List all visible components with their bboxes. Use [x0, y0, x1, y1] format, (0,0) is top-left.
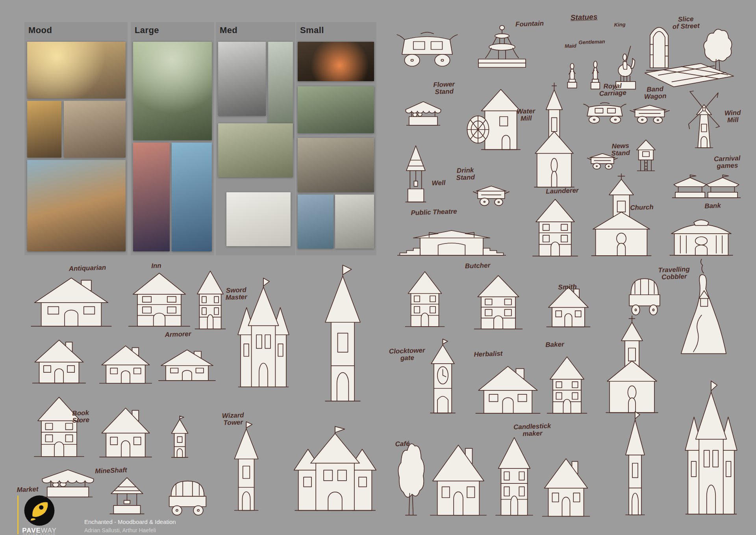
- large-image-1: [133, 42, 212, 140]
- sketch-launderer: [528, 196, 582, 257]
- sketch-baker: [543, 354, 591, 414]
- sketch-armorer: [158, 345, 217, 381]
- moodboard-canvas: PAVEWAY DESIGN STUDIO Enchanted - Moodbo…: [0, 0, 756, 535]
- column-header-med: Med: [220, 25, 237, 35]
- small-image-2: [298, 86, 374, 133]
- sketch-clocktower-gate: [421, 342, 465, 414]
- label-band-wagon: Band Wagon: [644, 85, 667, 101]
- label-mineshaft: MineShaft: [95, 467, 127, 475]
- sketch-inn: [123, 270, 196, 327]
- sketch-cottage-a: [32, 333, 87, 384]
- sketch-castle-mid: [236, 276, 291, 389]
- logo-accent-bar: [17, 496, 19, 534]
- sketch-cafe: [429, 433, 487, 517]
- sketch-tower-c: [163, 417, 197, 458]
- med-image-4: [226, 192, 291, 246]
- label-king: King: [614, 22, 625, 28]
- label-wizard-tower: Wizard Tower: [222, 412, 245, 427]
- sketch-public-theatre: [395, 217, 508, 257]
- sketch-castle-right: [684, 378, 739, 517]
- label-well: Well: [432, 179, 445, 187]
- label-launderer: Launderer: [546, 187, 579, 195]
- small-image-4: [298, 195, 334, 249]
- label-news-stand: News Stand: [611, 142, 630, 157]
- small-image-5: [335, 195, 374, 249]
- label-herbalist: Herbalist: [474, 350, 502, 359]
- label-candlestick-maker: Candlestick maker: [513, 422, 552, 438]
- label-antiquarian: Antiquarian: [69, 264, 106, 273]
- logo-subtitle: DESIGN STUDIO: [18, 533, 61, 535]
- sketch-royal-carriage: [583, 95, 627, 124]
- label-drink-stand: Drink Stand: [456, 167, 475, 182]
- sketch-sword-master: [192, 268, 228, 330]
- sketch-castle-bottom: [291, 425, 379, 512]
- label-flower-stand: Flower Stand: [433, 81, 455, 96]
- label-cafe: Café: [395, 440, 410, 448]
- small-image-1: [298, 42, 374, 81]
- sketch-market: [37, 456, 98, 502]
- label-statues-title: Statues: [570, 13, 597, 22]
- sketch-news-stand: [629, 132, 663, 174]
- column-header-mood: Mood: [28, 25, 52, 35]
- label-carnival-games: Carnival games: [714, 155, 741, 170]
- label-smith: Smith: [558, 283, 577, 291]
- mood-image-4: [27, 160, 126, 251]
- label-bank: Bank: [704, 202, 721, 210]
- label-maid: Maid: [565, 43, 576, 49]
- sketch-cathedral: [602, 322, 662, 414]
- sketch-round-tower: [615, 414, 655, 517]
- sketch-wagon-bl: [163, 469, 212, 516]
- sketch-wind-mill: [682, 90, 726, 149]
- label-public-theatre: Public Theatre: [411, 208, 457, 217]
- sketch-antiquarian: [30, 270, 113, 327]
- sketch-mineshaft: [96, 475, 158, 517]
- sketch-grand-tower: [306, 268, 379, 404]
- sketch-shop-r2: [541, 449, 591, 518]
- mood-image-2: [27, 101, 61, 158]
- label-church: Church: [630, 204, 654, 212]
- label-fountain: Fountain: [515, 20, 544, 28]
- sketch-book-store: [30, 394, 89, 458]
- column-header-small: Small: [300, 25, 324, 35]
- sketch-chapel: [532, 90, 577, 189]
- med-image-1: [218, 42, 266, 116]
- large-image-3: [172, 143, 212, 251]
- sketch-candlestick-maker: [492, 433, 536, 517]
- sketch-butcher: [470, 273, 527, 330]
- small-image-3: [298, 138, 374, 192]
- project-title: Enchanted - Moodboard & Ideation: [84, 518, 176, 525]
- label-market: Market: [17, 486, 38, 494]
- label-gentleman: Gentleman: [578, 39, 605, 45]
- sketch-shop-b: [98, 400, 153, 458]
- sketch-cottage-b: [98, 340, 153, 384]
- label-inn: Inn: [151, 262, 161, 270]
- sketch-herbalist: [474, 359, 541, 414]
- mood-image-3: [64, 101, 126, 158]
- column-header-large: Large: [135, 25, 159, 35]
- large-image-2: [133, 143, 170, 251]
- sketch-mountain-house: [678, 268, 729, 355]
- label-armorer: Armorer: [165, 331, 191, 339]
- sketch-maid: [561, 53, 584, 89]
- label-wind-mill: Wind Mill: [724, 109, 741, 124]
- label-clocktower-gate: Clocktower gate: [389, 347, 426, 362]
- sketch-carnival-games: [669, 169, 743, 203]
- med-image-3: [218, 123, 293, 177]
- sketch-well: [398, 142, 434, 207]
- sketch-bank: [664, 206, 739, 257]
- label-book-store: Book Store: [72, 409, 90, 424]
- label-royal-carriage: Royal Carriage: [599, 82, 626, 98]
- sketch-shop-r1: [402, 269, 448, 328]
- label-butcher: Butcher: [465, 262, 491, 270]
- credits: Adrian Sallusti, Arthur Haefeli: [84, 527, 156, 533]
- mood-image-1: [27, 42, 126, 98]
- sketch-wizard-tower: [222, 424, 271, 512]
- sketch-church: [587, 179, 655, 257]
- sketch-water-mill: [467, 81, 524, 152]
- label-baker: Baker: [545, 341, 564, 349]
- sketch-drink-stand: [472, 175, 510, 207]
- label-slice-of-street: Slice of Street: [672, 15, 700, 31]
- sketch-coach: [396, 19, 459, 68]
